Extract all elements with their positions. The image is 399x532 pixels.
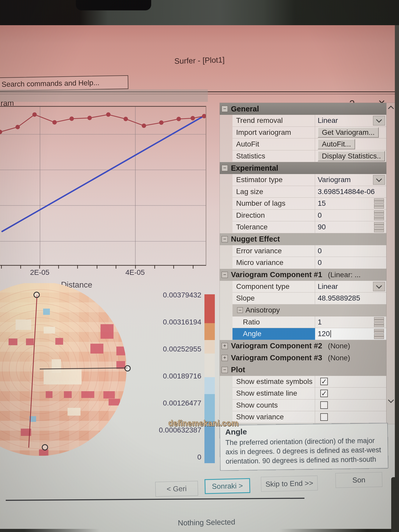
- collapse-icon[interactable]: −: [222, 106, 228, 112]
- scroll-up-icon[interactable]: [387, 104, 395, 111]
- property-grid: −GeneralTrend removalLinearImport variog…: [220, 103, 387, 423]
- collapse-icon[interactable]: −: [237, 307, 243, 313]
- checkbox-checked[interactable]: ✓: [320, 390, 328, 397]
- spinner[interactable]: [374, 198, 384, 209]
- value-text[interactable]: 1: [318, 318, 322, 326]
- section-header-variogram-component-2[interactable]: +Variogram Component #2(None): [220, 340, 387, 352]
- value-text[interactable]: 0: [318, 247, 322, 255]
- finish-button[interactable]: Son: [335, 472, 382, 488]
- value-text[interactable]: Linear: [318, 116, 338, 125]
- property-label: Slope: [232, 292, 315, 304]
- expand-icon[interactable]: +: [222, 355, 228, 361]
- value-text[interactable]: 0: [318, 211, 322, 220]
- section-header-variogram-component-3[interactable]: +Variogram Component #3(None): [220, 352, 387, 364]
- back-button[interactable]: < Geri: [155, 481, 198, 497]
- spinner-up-icon[interactable]: [374, 317, 384, 322]
- checkbox-checked[interactable]: ✓: [320, 378, 328, 385]
- dropdown-button[interactable]: [373, 116, 385, 125]
- expand-icon[interactable]: +: [222, 343, 228, 349]
- screen-photo: Surfer - [Plot1] Search commands and Hel…: [0, 0, 399, 532]
- value-text[interactable]: Variogram: [318, 176, 351, 184]
- section-suffix: (None): [328, 354, 350, 362]
- property-label: Estimator type: [232, 174, 315, 186]
- scroll-down-icon[interactable]: [387, 400, 395, 402]
- axis-handle-top[interactable]: [34, 292, 40, 298]
- property-value: [315, 411, 387, 423]
- spinner-down-icon[interactable]: [374, 322, 384, 327]
- laptop-bezel: [0, 0, 399, 25]
- spinner-up-icon[interactable]: [374, 329, 384, 334]
- variogram-point: [16, 125, 20, 129]
- property-row-tolerance: Tolerance90: [232, 221, 387, 233]
- spinner[interactable]: [374, 210, 384, 221]
- axis-tick: [1, 265, 2, 269]
- value-text[interactable]: 3.698514884e-06: [318, 188, 375, 196]
- spinner[interactable]: [374, 317, 384, 328]
- dropdown-button[interactable]: [373, 282, 385, 291]
- property-value: 1: [315, 316, 387, 328]
- variogram-point: [191, 116, 195, 121]
- axis-handle-right[interactable]: [124, 365, 131, 371]
- display-statistics-button[interactable]: Display Statistics..: [318, 151, 385, 161]
- axis-tick: [193, 265, 194, 269]
- axis-handle-bottom[interactable]: [42, 444, 48, 450]
- property-row-slope: Slope48.95889285: [232, 292, 387, 304]
- value-text[interactable]: Linear: [318, 282, 338, 291]
- section-header-variogram-component-1[interactable]: −Variogram Component #1(Linear: ...: [220, 269, 387, 281]
- window-title: Surfer - [Plot1]: [0, 51, 399, 70]
- screen-content: Surfer - [Plot1] Search commands and Hel…: [0, 25, 399, 532]
- spinner-down-icon[interactable]: [374, 204, 384, 208]
- get-variogram-button[interactable]: Get Variogram...: [318, 127, 379, 138]
- color-scale-segment: [204, 323, 215, 340]
- spinner-down-icon[interactable]: [374, 334, 384, 339]
- collapse-icon[interactable]: −: [222, 272, 228, 278]
- major-axis-line[interactable]: [28, 295, 37, 448]
- help-pane-text: orientation. 90 degrees is defined as no…: [226, 455, 388, 466]
- subsection-header-anisotropy[interactable]: −Anisotropy: [232, 304, 387, 316]
- variogram-plot: [0, 106, 206, 266]
- estimate-line: [2, 115, 205, 231]
- property-row-micro-variance: Micro variance0: [232, 257, 387, 269]
- property-label: Component type: [232, 281, 315, 292]
- spinner-down-icon[interactable]: [374, 227, 384, 232]
- section-label: General: [231, 105, 259, 113]
- spinner-up-icon[interactable]: [374, 198, 384, 203]
- spinner-up-icon[interactable]: [374, 210, 384, 215]
- section-header-nugget-effect[interactable]: −Nugget Effect: [220, 233, 387, 245]
- section-header-experimental[interactable]: −Experimental: [220, 162, 387, 174]
- screen-bottom-edge: [0, 529, 399, 532]
- spinner-down-icon[interactable]: [374, 216, 384, 220]
- property-row-direction: Direction0: [232, 210, 387, 222]
- spinner[interactable]: [374, 329, 384, 339]
- checkbox-unchecked[interactable]: [320, 401, 328, 409]
- section-label: Plot: [231, 365, 245, 374]
- minor-axis-line[interactable]: [40, 368, 128, 369]
- section-header-general[interactable]: −General: [220, 103, 387, 115]
- value-text[interactable]: 15: [318, 199, 326, 208]
- value-text[interactable]: 90: [318, 223, 326, 231]
- value-text[interactable]: 48.95889285: [318, 294, 360, 302]
- skip-to-end-button[interactable]: Skip to End >>: [261, 476, 318, 492]
- property-label: Angle: [232, 328, 315, 340]
- value-text[interactable]: 0: [318, 258, 322, 267]
- spinner[interactable]: [374, 222, 384, 232]
- value-text[interactable]: 120: [318, 330, 330, 338]
- help-pane-title: Angle: [225, 425, 387, 437]
- next-button[interactable]: Sonraki >: [204, 478, 250, 494]
- search-input[interactable]: Search commands and Help...: [0, 75, 128, 91]
- collapse-icon[interactable]: −: [222, 236, 228, 242]
- dropdown-button[interactable]: [373, 175, 385, 185]
- color-scale-value: 0.00189716: [136, 372, 201, 380]
- property-label: Show counts: [232, 400, 315, 411]
- autofit-button[interactable]: AutoFit...: [318, 139, 355, 149]
- spinner-up-icon[interactable]: [374, 222, 384, 227]
- axis-tick: [20, 265, 21, 269]
- property-value: ✓: [315, 376, 387, 388]
- collapse-icon[interactable]: −: [222, 165, 228, 171]
- section-header-plot[interactable]: −Plot: [220, 364, 387, 376]
- collapse-icon[interactable]: −: [222, 367, 228, 373]
- checkbox-unchecked[interactable]: [320, 413, 328, 421]
- scrollbar[interactable]: [386, 103, 395, 424]
- wizard-buttons: < Geri Sonraki > Skip to End >> Son: [145, 474, 395, 499]
- color-scale-value: 0.00126477: [136, 399, 201, 407]
